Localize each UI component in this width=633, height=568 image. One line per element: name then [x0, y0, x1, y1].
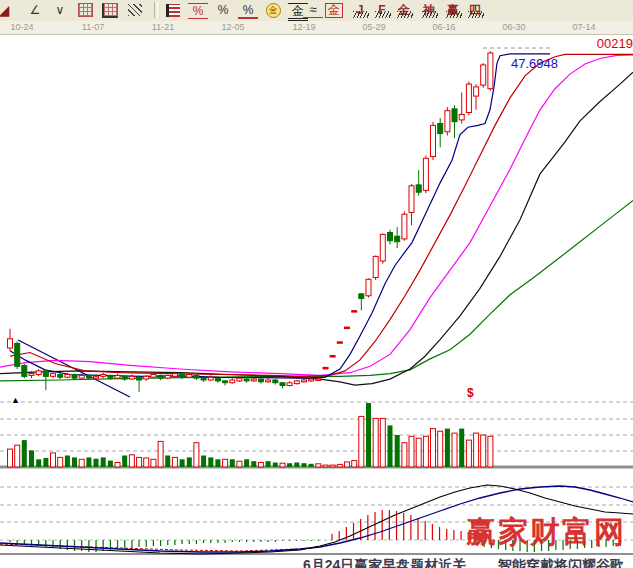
news-caption: 6月24日赢家早盘题材近关 智能穿戴将闪耀谷歌: [0, 556, 633, 568]
candle: [423, 156, 428, 194]
candle: [337, 341, 343, 344]
zigzag-tool-icon[interactable]: ∨: [50, 1, 70, 19]
volume-bar: [172, 457, 177, 467]
candle: [323, 367, 329, 370]
volume-bar: [230, 459, 235, 467]
candle: [380, 233, 385, 263]
toolbar-separator: [154, 2, 158, 18]
volume-bar: [388, 425, 393, 467]
volume-bar: [431, 429, 436, 467]
app-window: ◢∠∨%%%金金≈金JF金神赢四 10-2411-0711-2112-0512-…: [0, 0, 633, 568]
volume-bar: [459, 429, 464, 467]
volume-bar: [237, 461, 242, 467]
volume-bar: [94, 459, 99, 467]
dollar-marker: $: [467, 386, 474, 400]
volume-bar: [258, 463, 263, 468]
grid-tool-icon[interactable]: [75, 1, 95, 19]
candle: [395, 227, 400, 248]
brush-icon[interactable]: ◢: [0, 1, 14, 19]
volume-bar: [316, 464, 321, 467]
shen-line-tool-icon[interactable]: 神: [419, 1, 439, 19]
candle: [8, 329, 13, 351]
candle: [36, 369, 41, 376]
axes-grid-tool-icon[interactable]: [100, 1, 120, 19]
volume-bar: [115, 463, 120, 468]
volume-bar: [266, 461, 271, 467]
candle: [129, 375, 134, 380]
candle: [459, 92, 464, 123]
candle: [488, 51, 493, 90]
volume-bar: [108, 461, 113, 467]
hatch-tool-icon[interactable]: [125, 1, 145, 19]
volume-bar: [330, 465, 335, 467]
fib-percent-tool-icon[interactable]: %: [188, 3, 208, 19]
volume-bar: [373, 418, 378, 467]
candle: [481, 63, 486, 88]
volume-bar: [122, 456, 127, 468]
x-axis-label: 06-16: [432, 22, 455, 32]
candle: [359, 293, 364, 310]
chart-canvas[interactable]: [0, 0, 633, 568]
wave-tool-icon[interactable]: ≈: [303, 2, 323, 18]
candle: [452, 105, 457, 138]
volume-bar: [244, 459, 249, 467]
candle: [215, 377, 220, 382]
candle: [194, 375, 199, 380]
volume-bar: [251, 461, 256, 467]
candle: [309, 378, 314, 382]
percent-line-tool-icon[interactable]: %: [238, 3, 258, 19]
x-axis-label: 05-29: [362, 22, 385, 32]
candle: [287, 381, 292, 386]
candle: [58, 373, 63, 379]
x-axis: 10-2411-0711-2112-0512-1905-2906-1606-30…: [0, 21, 633, 35]
ying-line-tool-icon[interactable]: 赢: [443, 1, 463, 19]
candle: [302, 379, 307, 383]
candle: [115, 374, 120, 379]
percent-tool-icon[interactable]: %: [213, 1, 233, 19]
volume-bar: [423, 436, 428, 467]
volume-bar: [337, 464, 342, 467]
candle: [273, 379, 278, 384]
volume-bar: [452, 433, 457, 467]
volume-bar: [8, 449, 13, 467]
candle: [402, 211, 407, 240]
candle: [438, 118, 443, 147]
volume-bar: [309, 464, 314, 467]
volume-bar: [402, 443, 407, 467]
x-axis-label: 07-14: [572, 22, 595, 32]
j-line-tool-icon[interactable]: J: [350, 1, 370, 19]
candle: [416, 170, 421, 196]
candle: [122, 375, 127, 380]
candle: [22, 364, 27, 379]
volume-bar: [366, 403, 371, 467]
x-axis-label: 06-30: [502, 22, 525, 32]
candle: [258, 378, 263, 383]
stock-code-label: 00219: [597, 36, 633, 51]
pane-collapse-triangle[interactable]: ▲: [11, 395, 20, 405]
volume-bar: [223, 459, 228, 467]
volume-bar: [215, 459, 220, 467]
volume-bar: [380, 418, 385, 467]
gold-line-tool-icon[interactable]: 金: [394, 1, 414, 19]
volume-bar: [22, 440, 27, 467]
volume-bar: [438, 431, 443, 467]
candle: [158, 375, 163, 380]
gold-coin-tool-icon[interactable]: 金: [263, 1, 283, 19]
f-line-tool-icon[interactable]: F: [372, 1, 392, 19]
volume-bar: [144, 458, 149, 467]
candle: [137, 375, 142, 391]
candle: [330, 355, 336, 358]
si-line-tool-icon[interactable]: 四: [465, 1, 485, 19]
volume-bar: [395, 435, 400, 467]
candle: [101, 373, 106, 378]
volume-bar: [194, 443, 199, 467]
volume-bar: [208, 457, 213, 467]
news-caption-right: 智能穿戴将闪耀谷歌: [498, 557, 624, 568]
trendline-tool-icon[interactable]: ∠: [25, 1, 45, 19]
x-axis-label: 11-07: [82, 22, 104, 32]
last-price-label: 47.6948: [511, 56, 558, 71]
volume-bar: [36, 459, 41, 467]
volume-bar: [294, 463, 299, 468]
gold-underline-tool-icon[interactable]: 金: [325, 3, 343, 18]
volume-profile-tool-icon[interactable]: [163, 1, 183, 19]
